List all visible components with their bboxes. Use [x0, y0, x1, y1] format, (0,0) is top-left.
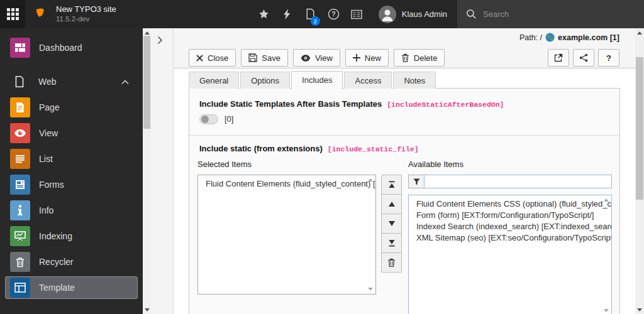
tab-label: Options — [251, 76, 279, 85]
sidebar-item-template[interactable]: Template — [5, 276, 138, 299]
person-icon — [379, 6, 396, 23]
include-static-after-toggle[interactable] — [199, 114, 218, 124]
available-item-option[interactable]: XML Sitemap (seo) [EXT:seo/Configuration… — [409, 232, 611, 244]
sidebar-item-info[interactable]: Info — [5, 199, 138, 222]
clear-cache-button[interactable] — [275, 0, 299, 28]
page-title-text: example.com [1] — [558, 33, 619, 42]
sidebar-item-recycler[interactable]: Recycler — [5, 251, 138, 273]
question-circle-icon: ? — [328, 8, 340, 20]
apps-grid-icon — [7, 8, 19, 20]
move-down-button[interactable] — [381, 214, 402, 234]
share-icon — [579, 53, 588, 62]
docheader: Path: / example.com [1] Close Save — [174, 28, 635, 68]
new-button[interactable]: New — [345, 49, 389, 67]
eye-icon — [10, 123, 30, 143]
sidebar-item-forms[interactable]: Forms — [5, 173, 138, 196]
tab-options[interactable]: Options — [240, 72, 290, 89]
listbox-scroll-up-icon[interactable] — [368, 178, 373, 181]
tab-general[interactable]: General — [189, 72, 239, 89]
sidebar-section-web[interactable]: Web — [5, 73, 138, 90]
move-to-bottom-icon — [388, 239, 396, 247]
button-label: New — [365, 53, 381, 63]
move-up-icon — [388, 201, 396, 207]
field-code: [include_static_file] — [328, 145, 419, 153]
open-documents-button[interactable]: 2 — [299, 0, 322, 28]
scroll-down-arrow-icon[interactable] — [145, 308, 150, 311]
close-button[interactable]: Close — [189, 49, 236, 67]
share-button[interactable] — [573, 49, 594, 67]
breadcrumb: Path: / example.com [1] — [519, 33, 619, 42]
listbox-scroll-down-icon[interactable] — [368, 288, 373, 291]
scroll-up-arrow-icon[interactable] — [145, 31, 150, 35]
sidebar-item-label: Page — [39, 102, 60, 112]
globe-icon — [545, 33, 555, 42]
tab-includes[interactable]: Includes — [291, 71, 343, 89]
move-up-button[interactable] — [381, 194, 402, 214]
move-to-bottom-button[interactable] — [381, 233, 402, 253]
scrollbar-thumb[interactable] — [636, 57, 643, 200]
user-menu[interactable]: Klaus Admin — [369, 0, 457, 28]
current-page[interactable]: example.com [1] — [545, 33, 619, 42]
eye-icon — [301, 55, 311, 62]
pagetree-collapsed-strip — [151, 28, 174, 314]
available-items-listbox[interactable]: Fluid Content Elements CSS (optional) (f… — [408, 195, 612, 314]
scrollbar-thumb[interactable] — [143, 36, 150, 129]
listbox-scroll-down-icon[interactable] — [604, 309, 609, 312]
tab-access[interactable]: Access — [344, 72, 392, 89]
toggle-value: [0] — [225, 114, 233, 124]
sidebar-item-indexing[interactable]: Indexing — [5, 225, 138, 247]
search-input[interactable] — [483, 9, 609, 19]
sidebar-item-label: Indexing — [39, 231, 72, 241]
docheader-buttons-right: ? — [548, 49, 619, 67]
available-item-option[interactable]: Indexed Search (indexed_search) [EXT:ind… — [409, 221, 611, 232]
view-button[interactable]: View — [293, 49, 340, 67]
save-button[interactable]: Save — [241, 49, 288, 67]
help-label: ? — [606, 53, 611, 63]
sidebar-item-page[interactable]: Page — [5, 96, 138, 119]
tab-label: Access — [355, 76, 381, 85]
typo3-backend: New TYPO3 site 11.5.2-dev 2 ? — [0, 0, 644, 314]
delete-button[interactable]: Delete — [394, 49, 445, 67]
move-to-top-button[interactable] — [381, 175, 402, 195]
chevron-right-icon — [157, 36, 163, 45]
available-item-option[interactable]: Form (form) [EXT:form/Configuration/Typo… — [409, 210, 611, 221]
avatar — [379, 6, 396, 23]
system-information-button[interactable] — [345, 0, 369, 28]
pagetree-expand-button[interactable] — [157, 36, 163, 47]
sidebar-section-label: Web — [38, 77, 113, 87]
docheader-help-button[interactable]: ? — [598, 49, 619, 67]
content-scrollbar[interactable] — [635, 28, 644, 314]
scroll-up-arrow-icon[interactable] — [637, 31, 642, 35]
sidebar-item-label: Dashboard — [39, 43, 82, 53]
selected-items-listbox[interactable]: Fluid Content Elements (fluid_styled_con… — [197, 175, 376, 295]
typo3-logo[interactable] — [25, 0, 56, 28]
button-label: Save — [262, 53, 280, 63]
filter-button[interactable] — [408, 175, 424, 188]
sidebar-item-dashboard[interactable]: Dashboard — [5, 36, 138, 59]
module-menu-scrollbar[interactable] — [143, 28, 151, 314]
tab-label: General — [199, 76, 228, 85]
sidebar-item-view[interactable]: View — [5, 122, 138, 144]
remove-item-button[interactable] — [381, 252, 402, 273]
available-item-option[interactable]: Fluid Content Elements CSS (optional) (f… — [409, 195, 611, 210]
search-area — [457, 0, 644, 28]
sidebar-item-label: Recycler — [39, 257, 73, 267]
modules-grid-button[interactable] — [0, 0, 25, 28]
trash-icon — [387, 258, 396, 267]
tab-notes[interactable]: Notes — [393, 72, 436, 89]
path-label: Path: / — [519, 33, 542, 42]
bookmarks-button[interactable] — [252, 0, 275, 28]
available-items-filter-input[interactable] — [424, 175, 612, 188]
trash-icon — [401, 53, 409, 62]
open-in-new-window-button[interactable] — [548, 49, 569, 67]
help-menu-button[interactable]: ? — [322, 0, 345, 28]
trash-icon — [10, 252, 30, 272]
forms-icon — [10, 175, 30, 195]
selected-item-option[interactable]: Fluid Content Elements (fluid_styled_con… — [198, 175, 375, 190]
typo3-logo-icon — [33, 6, 50, 23]
list-rows-icon — [10, 149, 30, 169]
system-list-icon — [351, 9, 362, 19]
listbox-scroll-up-icon[interactable] — [604, 198, 609, 202]
sidebar-item-list[interactable]: List — [5, 148, 138, 170]
scroll-down-arrow-icon[interactable] — [637, 308, 642, 311]
